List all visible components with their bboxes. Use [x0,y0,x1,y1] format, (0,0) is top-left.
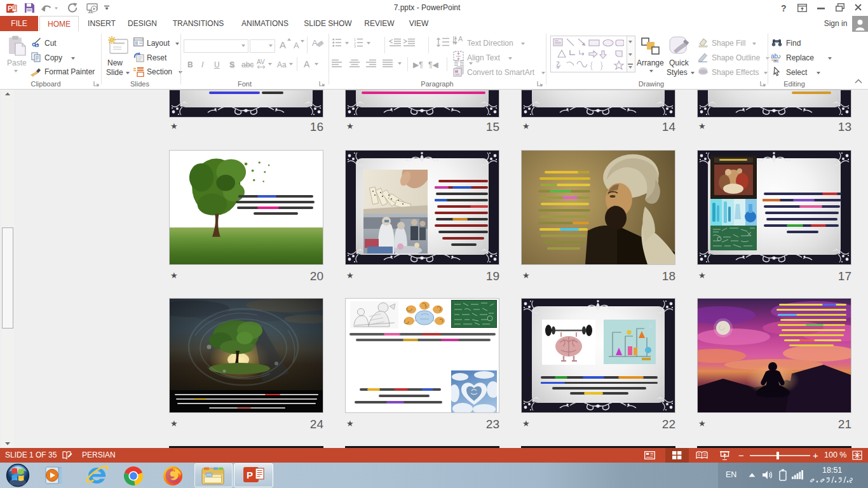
svg-text:3: 3 [354,44,356,48]
svg-text:A: A [458,35,463,43]
svg-text:A: A [312,38,318,48]
svg-text:ac: ac [773,58,778,62]
svg-text:P: P [247,470,253,480]
